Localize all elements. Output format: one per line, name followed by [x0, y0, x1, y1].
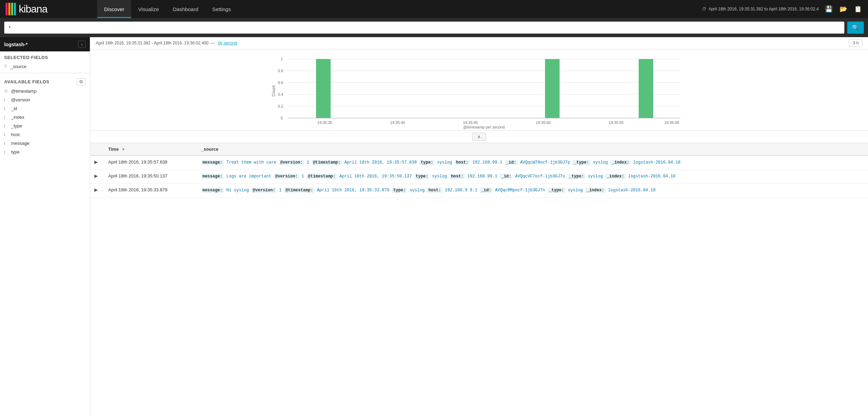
available-fields-header: Available Fields ⚙	[0, 75, 90, 87]
type-bare-label: type	[11, 149, 20, 155]
type-key-1: type:	[419, 160, 435, 165]
expand-row-1-button[interactable]: ▶	[94, 159, 100, 165]
ver-key-2: @version:	[274, 174, 299, 179]
msg-key-1: message:	[201, 160, 224, 165]
index-pattern-label: logstash-*	[4, 42, 28, 47]
nav-settings[interactable]: Settings	[205, 0, 238, 18]
stripe-green	[11, 3, 13, 15]
collapse-sidebar-button[interactable]: ‹	[78, 41, 86, 48]
expand-row-3-button[interactable]: ▶	[94, 187, 100, 192]
field-version[interactable]: t @version	[0, 95, 90, 104]
ts-key-3: @timestamp:	[284, 188, 314, 193]
y-tick-08: 0.8	[278, 69, 283, 73]
time-cell-3: April 18th 2016, 19:35:33.879	[104, 184, 197, 198]
index-type-icon: t	[4, 115, 9, 119]
field-timestamp[interactable]: ⏱ @timestamp	[0, 87, 90, 95]
search-bar-area: * 🔍	[0, 18, 868, 37]
id-key-3: _id:	[480, 188, 493, 193]
by-second-link[interactable]: by second	[218, 41, 237, 45]
type-key-3: type:	[392, 188, 407, 193]
host-key-3: host:	[427, 188, 442, 193]
expand-row-2-button[interactable]: ▶	[94, 173, 100, 178]
host-key-1: host:	[454, 160, 470, 165]
field-message[interactable]: t message	[0, 139, 90, 148]
source-cell-3: message: Hi syslog @version: 1 @timestam…	[197, 184, 868, 198]
field-type[interactable]: t _type	[0, 122, 90, 130]
selected-fields-title: Selected Fields	[0, 51, 90, 62]
ver-key-3: @version:	[252, 188, 277, 193]
share-button[interactable]: 📋	[852, 4, 864, 14]
source-field-icon: ?	[4, 64, 8, 69]
x-axis-title: @timestamp per second	[463, 125, 504, 129]
source-col-header[interactable]: _source	[197, 143, 868, 156]
host-type-icon: t	[4, 133, 9, 137]
nav-links: Discover Visualize Dashboard Settings	[97, 0, 238, 18]
dtype-key-1: _type:	[572, 160, 590, 165]
time-range-display: ⏱ April 18th 2016, 19:35:31.382 to April…	[702, 7, 823, 11]
dindex-key-3: _index:	[585, 188, 605, 193]
logo-text: kibana	[19, 3, 47, 15]
nav-discover[interactable]: Discover	[97, 0, 131, 18]
load-query-button[interactable]: 📂	[837, 4, 849, 14]
selected-field-source[interactable]: ? _source	[0, 62, 90, 71]
x-tick-2: 19:35:40	[390, 120, 405, 125]
bar-2	[545, 59, 560, 118]
source-cell-1: message: Treat them with care @version: …	[197, 156, 868, 170]
version-field-label: @version	[11, 97, 30, 102]
version-type-icon: t	[4, 98, 9, 102]
message-field-label: message	[11, 141, 29, 146]
dindex-key-1: _index:	[610, 160, 630, 165]
chart-time-range-bar: April 18th 2016, 19:35:31.382 - April 18…	[90, 37, 868, 49]
timestamp-field-label: @timestamp	[11, 89, 36, 94]
x-tick-1: 19:35:35	[317, 120, 332, 125]
bar-3	[639, 59, 653, 118]
table-row: ▶ April 18th 2016, 19:35:33.879 message:…	[90, 184, 868, 198]
clock-icon: ⏱	[702, 7, 706, 11]
search-button[interactable]: 🔍	[847, 22, 864, 34]
id-key-2: _id:	[500, 174, 513, 179]
type-key-2: type:	[414, 174, 429, 179]
logo-stripes	[6, 3, 16, 15]
x-tick-3: 19:35:45	[463, 120, 478, 125]
fields-settings-button[interactable]: ⚙	[77, 78, 86, 85]
table-row: ▶ April 18th 2016, 19:35:50.137 message:…	[90, 170, 868, 184]
three-hour-button[interactable]: 3 h	[849, 39, 862, 47]
timestamp-clock-icon: ⏱	[4, 89, 9, 93]
y-tick-1: 1	[281, 57, 283, 61]
field-type-bare[interactable]: t type	[0, 148, 90, 156]
time-cell-2: April 18th 2016, 19:35:50.137	[104, 170, 197, 184]
nav-dashboard[interactable]: Dashboard	[166, 0, 205, 18]
nav-visualize[interactable]: Visualize	[131, 0, 166, 18]
msg-key-3: message:	[201, 188, 224, 193]
time-col-header[interactable]: Time ▼	[104, 143, 197, 156]
type-bare-icon: t	[4, 150, 9, 154]
field-id[interactable]: t _id	[0, 104, 90, 113]
nav-action-icons: 💾 📂 📋	[823, 4, 868, 14]
histogram-svg: 1 0.8 0.6 0.4 0.2 0 Count	[96, 53, 862, 129]
source-cell-2: message: Logs are important @version: 1 …	[197, 170, 868, 184]
x-tick-6: 19:36:00	[664, 120, 679, 125]
chart-time-range-text: April 18th 2016, 19:35:31.382 - April 18…	[96, 41, 216, 45]
id-key-1: _id:	[505, 160, 518, 165]
stripe-cyan	[14, 3, 16, 15]
message-type-icon: t	[4, 141, 9, 145]
field-index[interactable]: t _index	[0, 113, 90, 122]
sidebar: logstash-* ‹ Selected Fields ? _source A…	[0, 37, 90, 416]
save-query-button[interactable]: 💾	[823, 4, 835, 14]
ts-key-1: @timestamp:	[312, 160, 342, 165]
collapse-chart-area: ∧	[90, 131, 868, 143]
time-cell-1: April 18th 2016, 19:35:57.638	[104, 156, 197, 170]
histogram-area: 1 0.8 0.6 0.4 0.2 0 Count	[90, 49, 868, 131]
index-field-label: _index	[11, 115, 24, 120]
dindex-key-2: _index:	[605, 174, 626, 179]
type-field-label: _type	[11, 123, 22, 128]
x-tick-5: 19:35:55	[609, 120, 624, 125]
collapse-chart-button[interactable]: ∧	[472, 133, 486, 141]
top-navigation: kibana Discover Visualize Dashboard Sett…	[0, 0, 868, 18]
main-layout: logstash-* ‹ Selected Fields ? _source A…	[0, 37, 868, 416]
search-input[interactable]: *	[4, 22, 844, 34]
dtype-key-3: _type:	[547, 188, 565, 193]
field-host[interactable]: t host	[0, 130, 90, 139]
table-body: ▶ April 18th 2016, 19:35:57.638 message:…	[90, 156, 868, 198]
table-header: Time ▼ _source	[90, 143, 868, 156]
